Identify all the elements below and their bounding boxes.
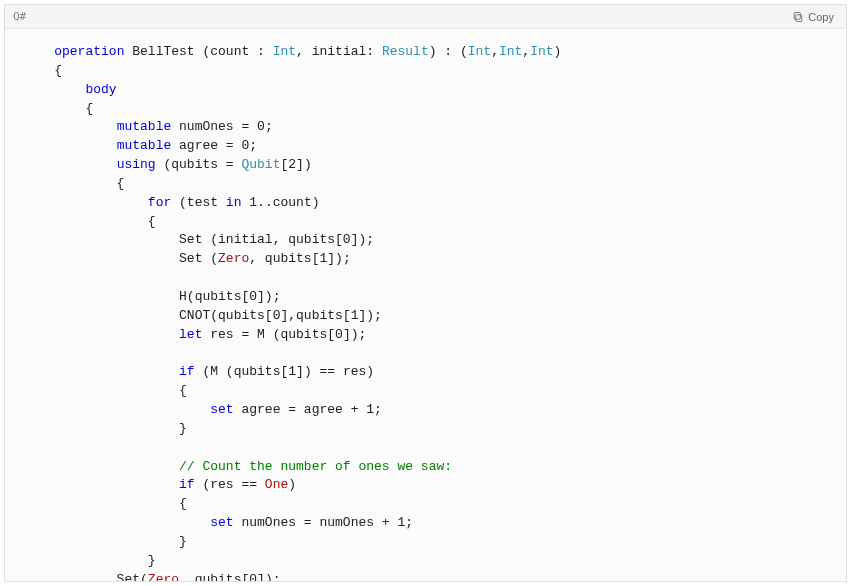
copy-label: Copy [808,11,834,23]
code-content: operation BellTest (count : Int, initial… [5,29,846,581]
copy-button[interactable]: Copy [788,9,838,25]
code-header: Q# Copy [5,5,846,29]
code-block: Q# Copy operation BellTest (count : Int,… [4,4,847,582]
copy-icon [792,11,804,23]
svg-rect-0 [796,14,802,21]
svg-rect-1 [795,12,801,19]
language-label: Q# [13,10,26,23]
